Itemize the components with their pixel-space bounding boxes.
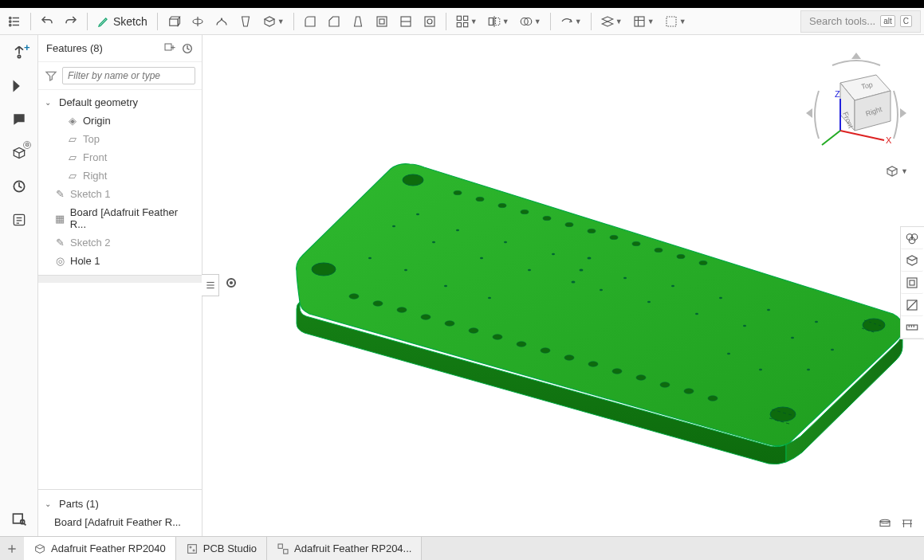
loft-button[interactable] bbox=[234, 10, 257, 33]
plane-icon: ▱ bbox=[67, 170, 78, 182]
tree-default-geometry[interactable]: ⌄Default geometry bbox=[38, 93, 202, 112]
tree-top-plane[interactable]: ▱Top bbox=[38, 130, 202, 148]
shell-button[interactable] bbox=[371, 10, 393, 33]
measure-icon[interactable] bbox=[901, 316, 923, 339]
svg-point-67 bbox=[521, 210, 529, 213]
svg-point-91 bbox=[695, 313, 698, 315]
tab-assembly[interactable]: Adafruit Feather RP204... bbox=[267, 537, 422, 560]
feature-list-icon[interactable] bbox=[3, 10, 26, 33]
tree-sketch1[interactable]: ✎Sketch 1 bbox=[38, 185, 202, 203]
pencil-icon bbox=[97, 15, 110, 28]
sweep-button[interactable] bbox=[210, 10, 233, 33]
tree-hole1[interactable]: ◎Hole 1 bbox=[38, 252, 202, 270]
feature-panel: Features (8) ⌄Default geometry ◈Origin ▱… bbox=[38, 35, 202, 536]
svg-point-97 bbox=[368, 257, 372, 259]
section-view-icon[interactable] bbox=[901, 249, 923, 272]
surface-dropdown[interactable]: ▼ bbox=[628, 10, 659, 33]
tree-sketch2[interactable]: ✎Sketch 2 bbox=[38, 233, 202, 252]
custom-features-icon[interactable] bbox=[6, 174, 32, 199]
filter-input[interactable] bbox=[62, 67, 195, 84]
hide-icon[interactable] bbox=[901, 294, 923, 316]
svg-point-48 bbox=[349, 294, 359, 299]
add-feature-icon[interactable] bbox=[163, 42, 176, 55]
sketch-button[interactable]: Sketch bbox=[92, 10, 152, 33]
draft-button[interactable] bbox=[347, 10, 369, 33]
filter-row bbox=[38, 62, 202, 90]
svg-point-104 bbox=[831, 349, 834, 350]
configurations-icon[interactable]: ⚙ bbox=[6, 140, 32, 166]
svg-marker-106 bbox=[900, 108, 906, 118]
chevron-down-icon: ▼ bbox=[575, 18, 582, 25]
hole-icon: ◎ bbox=[54, 256, 65, 267]
add-tab-button[interactable] bbox=[0, 537, 24, 560]
svg-point-68 bbox=[543, 216, 551, 220]
mirror-dropdown[interactable]: ▼ bbox=[483, 10, 513, 33]
transform-dropdown[interactable]: ▼ bbox=[556, 10, 586, 33]
plane-dropdown[interactable]: ▼ bbox=[596, 10, 627, 33]
search-tools-input[interactable]: Search tools... alt C bbox=[800, 10, 921, 33]
hole-button[interactable] bbox=[419, 10, 441, 33]
comments-icon[interactable] bbox=[6, 107, 32, 132]
svg-point-87 bbox=[600, 289, 603, 291]
insert-icon[interactable]: + bbox=[6, 40, 32, 65]
kbd-c: C bbox=[900, 15, 912, 27]
undo-button[interactable] bbox=[36, 10, 58, 33]
panel-collapse-handle[interactable] bbox=[202, 274, 219, 296]
part-item[interactable]: Board [Adafruit Feather R... bbox=[38, 513, 202, 531]
thicken-dropdown[interactable]: ▼ bbox=[258, 10, 289, 33]
svg-rect-20 bbox=[495, 18, 499, 25]
tab-part-studio[interactable]: Adafruit Feather RP2040 bbox=[24, 537, 176, 560]
svg-rect-14 bbox=[457, 16, 461, 20]
search-docs-icon[interactable] bbox=[6, 506, 32, 531]
extrude-button[interactable] bbox=[163, 10, 185, 33]
3d-viewport[interactable]: Top Front Right Z X ▼ bbox=[202, 35, 924, 536]
sheet-metal-icon[interactable] bbox=[6, 207, 32, 233]
pcb-model[interactable] bbox=[250, 131, 904, 473]
tree-front-plane[interactable]: ▱Front bbox=[38, 148, 202, 166]
selection-dropdown[interactable]: ▼ bbox=[660, 10, 690, 33]
svg-rect-130 bbox=[284, 549, 288, 553]
svg-point-83 bbox=[552, 253, 555, 255]
appearance-icon[interactable] bbox=[901, 227, 923, 249]
toolbar-separator bbox=[87, 13, 88, 30]
chamfer-button[interactable] bbox=[323, 10, 345, 33]
rollback-icon[interactable] bbox=[181, 42, 194, 55]
tree-board[interactable]: ▦Board [Adafruit Feather R... bbox=[38, 203, 202, 233]
fillet-button[interactable] bbox=[299, 10, 321, 33]
svg-point-101 bbox=[727, 353, 730, 354]
isolate-icon[interactable] bbox=[901, 272, 923, 294]
svg-point-76 bbox=[392, 225, 395, 227]
svg-point-54 bbox=[493, 335, 502, 339]
boolean-dropdown[interactable]: ▼ bbox=[515, 10, 545, 33]
viewport-bottom-icons bbox=[878, 515, 914, 530]
units-icon[interactable] bbox=[900, 515, 914, 530]
tab-label: Adafruit Feather RP2040 bbox=[51, 542, 166, 554]
left-rail: + ⚙ bbox=[0, 35, 38, 536]
pattern-dropdown[interactable]: ▼ bbox=[451, 10, 482, 33]
svg-point-96 bbox=[815, 321, 818, 323]
rib-button[interactable] bbox=[395, 10, 417, 33]
chevron-down-icon: ▼ bbox=[615, 18, 623, 25]
rollback-marker[interactable] bbox=[226, 278, 236, 288]
tree-origin[interactable]: ◈Origin bbox=[38, 112, 202, 130]
filter-icon[interactable] bbox=[45, 69, 57, 82]
rollback-bar[interactable] bbox=[38, 275, 202, 283]
part-studio-icon bbox=[33, 542, 46, 555]
variables-icon[interactable] bbox=[6, 73, 32, 99]
svg-point-74 bbox=[677, 254, 685, 258]
view-cube[interactable]: Top Front Right Z X ▼ bbox=[804, 51, 908, 178]
view-menu-button[interactable]: ▼ bbox=[885, 164, 908, 178]
parts-section: ⌄Parts (1) Board [Adafruit Feather R... bbox=[38, 489, 202, 536]
tree-right-plane[interactable]: ▱Right bbox=[38, 166, 202, 185]
svg-point-72 bbox=[632, 241, 640, 245]
svg-line-109 bbox=[840, 131, 884, 140]
svg-point-65 bbox=[476, 197, 484, 201]
pcb-icon bbox=[186, 542, 199, 555]
mass-props-icon[interactable] bbox=[878, 515, 892, 530]
tab-pcb-studio[interactable]: PCB Studio bbox=[176, 537, 267, 560]
parts-header[interactable]: ⌄Parts (1) bbox=[38, 495, 202, 513]
svg-marker-107 bbox=[851, 53, 861, 59]
svg-point-45 bbox=[312, 263, 336, 276]
redo-button[interactable] bbox=[60, 10, 82, 33]
revolve-button[interactable] bbox=[187, 10, 209, 33]
